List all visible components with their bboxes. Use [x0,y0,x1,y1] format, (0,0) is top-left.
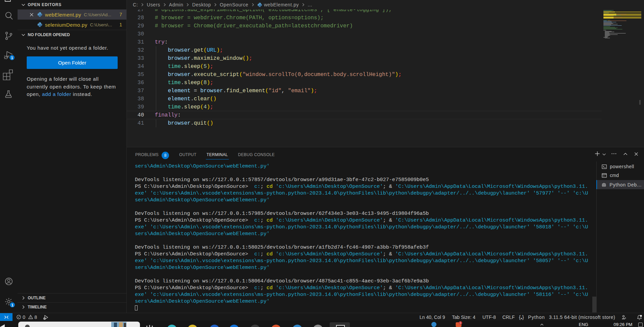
svg-text:C:\: C:\ [602,175,605,177]
